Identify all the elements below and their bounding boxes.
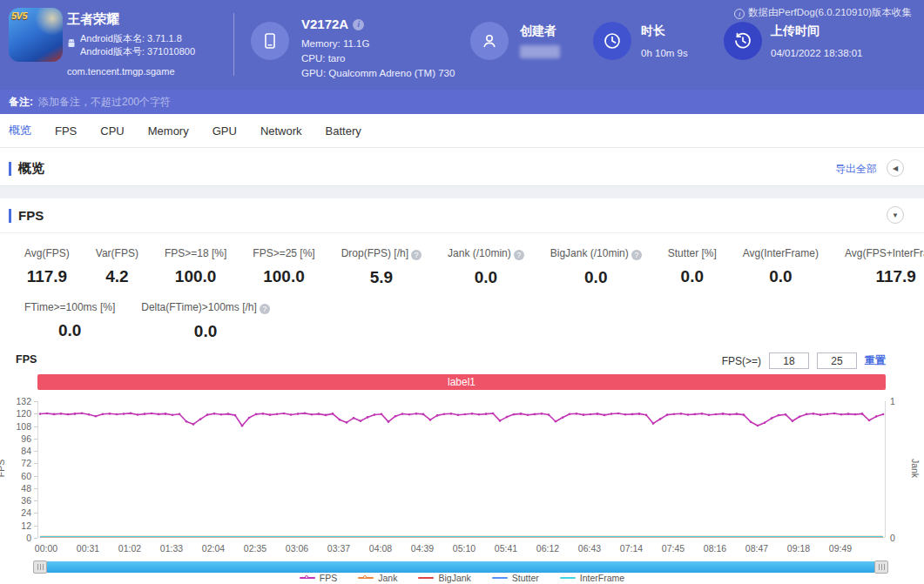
- x-tick-label: 07:14: [610, 543, 652, 554]
- phone-icon: [251, 22, 289, 60]
- y-tick-label: 72: [2, 458, 31, 468]
- collapse-down-button[interactable]: ▼: [887, 206, 904, 224]
- upload-time-value: 04/01/2022 18:38:01: [771, 48, 863, 58]
- device-gpu: GPU: Qualcomm Adreno (TM) 730: [301, 68, 455, 78]
- chart-legend: FPSJankBigJankStutterInterFrame: [0, 573, 924, 583]
- fps-stats-row-2: FTime>=100ms [%]0.0Delta(FTime)>100ms [/…: [24, 301, 270, 341]
- x-tick-label: 00:31: [67, 543, 109, 554]
- legend-label: FPS: [320, 573, 337, 583]
- y-tick-label: 120: [2, 408, 31, 419]
- stat-value: 117.9: [24, 267, 70, 286]
- stat-label: Var(FPS): [96, 247, 138, 259]
- legend-item-interframe[interactable]: InterFrame: [560, 573, 624, 583]
- x-tick-label: 06:43: [569, 543, 610, 554]
- device-info-icon[interactable]: i: [353, 19, 364, 30]
- section-accent-bar: [9, 209, 11, 223]
- legend-marker-icon: [358, 577, 374, 579]
- legend-label: InterFrame: [580, 573, 624, 583]
- stat-label: Jank (/10min)?: [448, 247, 524, 260]
- stat-value: 4.2: [96, 267, 138, 286]
- creator-label: 创建者: [520, 23, 556, 39]
- legend-marker-icon: [492, 577, 508, 579]
- icon-shine: [35, 8, 63, 36]
- stat-avg-interframe-: Avg(InterFrame)0.0: [743, 247, 819, 287]
- android-robot-icon: [66, 38, 77, 52]
- stat-drop-fps-h-: Drop(FPS) [/h]?5.9: [341, 247, 422, 287]
- legend-label: Stutter: [512, 573, 539, 583]
- y2-tick-label: 1: [890, 396, 895, 406]
- remark-label: 备注:: [9, 95, 33, 110]
- stat-value: 5.9: [341, 268, 422, 287]
- stat-value: 0.0: [743, 267, 819, 286]
- remark-input[interactable]: 备注: 添加备注，不超过200个字符: [0, 90, 924, 114]
- legend-item-fps[interactable]: FPS: [300, 573, 337, 583]
- y-tick-label: 96: [2, 433, 31, 444]
- tab-fps[interactable]: FPS: [55, 124, 77, 138]
- stat-label: Avg(InterFrame): [743, 247, 819, 259]
- legend-label: Jank: [378, 573, 397, 583]
- stat-jank-10min-: Jank (/10min)?0.0: [448, 247, 524, 287]
- fps-line-chart[interactable]: [37, 401, 886, 538]
- x-tick-label: 07:45: [652, 543, 694, 554]
- stat-label: FPS>=25 [%]: [253, 247, 314, 259]
- x-tick-label: 06:12: [527, 543, 569, 554]
- tab-memory[interactable]: Memory: [148, 124, 189, 138]
- stat-value: 117.9: [845, 267, 924, 286]
- tab-network[interactable]: Network: [260, 124, 302, 138]
- info-circle-icon: i: [734, 9, 745, 19]
- stat-value: 0.0: [24, 321, 115, 340]
- scrollbar-track[interactable]: [46, 561, 875, 573]
- legend-item-bigjank[interactable]: BigJank: [418, 573, 470, 583]
- x-tick-label: 02:04: [192, 543, 234, 554]
- export-all-link[interactable]: 导出全部: [835, 162, 877, 177]
- stat-fps-25-: FPS>=25 [%]100.0: [253, 247, 314, 287]
- help-icon[interactable]: ?: [260, 304, 270, 314]
- stat-label: Drop(FPS) [/h]?: [341, 247, 422, 260]
- fps-chart-title: FPS: [16, 353, 37, 366]
- x-tick-label: 08:16: [694, 543, 736, 554]
- duration-clock-icon: [593, 22, 631, 60]
- tab-cpu[interactable]: CPU: [100, 124, 124, 138]
- x-tick-label: 02:35: [234, 543, 276, 554]
- stat-value: 0.0: [550, 268, 642, 287]
- scrollbar-right-handle[interactable]: [874, 561, 888, 574]
- y-tick-label: 60: [2, 471, 31, 481]
- upload-time-label: 上传时间: [771, 23, 819, 39]
- section-gap: [0, 186, 924, 198]
- stat-delta-ftime-100ms-h-: Delta(FTime)>100ms [/h]?0.0: [141, 301, 270, 341]
- x-tick-label: 08:47: [736, 543, 778, 554]
- help-icon[interactable]: ?: [514, 250, 524, 260]
- collect-note: i数据由PerfDog(6.0.210910)版本收集: [734, 6, 912, 19]
- reset-button[interactable]: 重置: [865, 353, 886, 368]
- help-icon[interactable]: ?: [631, 250, 642, 260]
- upload-time-icon: [724, 22, 762, 60]
- collapse-left-button[interactable]: ◀: [887, 159, 904, 177]
- threshold-input-1[interactable]: [769, 352, 809, 369]
- tab-gpu[interactable]: GPU: [212, 124, 237, 138]
- help-icon[interactable]: ?: [411, 250, 422, 260]
- stat-avg-fps-: Avg(FPS)117.9: [24, 247, 70, 287]
- stat-label: FTime>=100ms [%]: [24, 301, 115, 313]
- icon-5v5-text: 5V5: [11, 10, 27, 21]
- remark-placeholder: 添加备注，不超过200个字符: [38, 95, 171, 110]
- y-tick-label: 36: [2, 495, 31, 506]
- stat-fps-18-: FPS>=18 [%]100.0: [165, 247, 226, 287]
- chart-range-scrollbar[interactable]: [33, 561, 888, 573]
- x-tick-label: 05:10: [443, 543, 485, 554]
- legend-item-jank[interactable]: Jank: [358, 573, 397, 583]
- y-tick-label: 12: [2, 520, 31, 531]
- x-tick-label: 00:00: [25, 543, 67, 554]
- stat-label: Avg(FPS): [24, 247, 70, 259]
- stat-label: Stutter [%]: [668, 247, 717, 259]
- duration-value: 0h 10m 9s: [641, 48, 688, 58]
- legend-item-stutter[interactable]: Stutter: [492, 573, 539, 583]
- threshold-input-2[interactable]: [817, 352, 857, 369]
- x-tick-label: 01:02: [109, 543, 151, 554]
- scrollbar-left-handle[interactable]: [33, 561, 47, 574]
- fps-section-title: FPS: [18, 208, 44, 223]
- x-tick-label: 04:39: [401, 543, 443, 554]
- game-app-icon: 5V5: [9, 8, 63, 62]
- y2-tick-label: 0: [890, 533, 895, 543]
- tab-概览[interactable]: 概览: [9, 123, 31, 138]
- tab-battery[interactable]: Battery: [326, 124, 361, 138]
